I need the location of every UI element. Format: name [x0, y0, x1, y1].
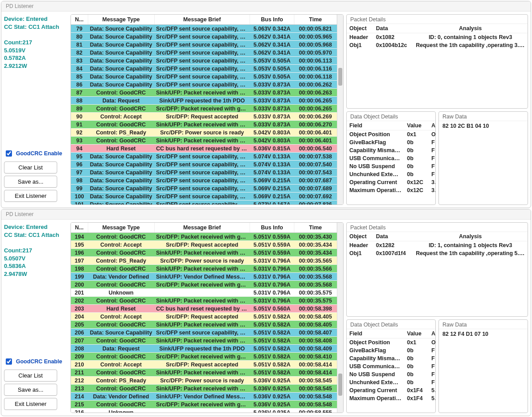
table-row[interactable]: 214Data: Vendor DefinedSink/UFP: Vendor … — [71, 393, 337, 401]
col-type[interactable]: Message Type — [88, 15, 154, 25]
packet-row[interactable]: Obj10x1004b12cRequest the 1th capability… — [347, 41, 528, 49]
table-row[interactable]: 84Data: Source CapabilitySrc/DFP sent so… — [71, 65, 337, 73]
table-row[interactable]: 199Data: Vendor DefinedSink/UFP: Vendor … — [71, 273, 337, 281]
table-row[interactable]: 92Control: PS_ReadySrc/DFP: Power source… — [71, 129, 337, 137]
table-row[interactable]: 83Data: Source CapabilitySrc/DFP sent so… — [71, 57, 337, 65]
table-row[interactable]: 212Control: PS_ReadySrc/DFP: Power sourc… — [71, 377, 337, 385]
table-row[interactable]: 85Data: Source CapabilitySrc/DFP sent so… — [71, 73, 337, 81]
table-row[interactable]: 97Data: Source CapabilitySrc/DFP sent so… — [71, 169, 337, 177]
table-row[interactable]: 216Unknown5.036V 0.925A00:00:58.555 — [71, 409, 337, 413]
table-row[interactable]: 207Control: GoodCRCSink/UFP: Packet rece… — [71, 337, 337, 345]
table-row[interactable]: 86Data: Source CapabilitySrc/DFP sent so… — [71, 81, 337, 89]
table-row[interactable]: 81Data: Source CapabilitySrc/DFP sent so… — [71, 41, 337, 49]
raw-data-title: Raw Data — [439, 320, 528, 329]
pd-listener-panel: PD ListenerDevice: EnteredCC Stat: CC1 A… — [1, 209, 531, 416]
table-row[interactable]: 198Control: GoodCRCSink/UFP: Packet rece… — [71, 265, 337, 273]
table-row[interactable]: 202Control: GoodCRCSink/UFP: Packet rece… — [71, 297, 337, 305]
table-row[interactable]: 200Control: GoodCRCSrc/DFP: Packet recei… — [71, 281, 337, 289]
table-row[interactable]: 211Control: GoodCRCSink/UFP: Packet rece… — [71, 369, 337, 377]
exit-listener-button[interactable]: Exit Listener — [4, 398, 57, 410]
dod-row[interactable]: Operating Current0x1F45000mA — [347, 386, 435, 394]
save-as-button[interactable]: Save as... — [4, 384, 57, 396]
table-row[interactable]: 197Control: PS_ReadySrc/DFP: Power sourc… — [71, 257, 337, 265]
clear-list-button[interactable]: Clear List — [4, 370, 57, 382]
col-type[interactable]: Message Type — [88, 223, 154, 233]
packet-details-title: Packet Details — [347, 15, 528, 24]
clear-list-button[interactable]: Clear List — [4, 161, 57, 173]
dod-row[interactable]: GiveBackFlag0bFalse — [347, 138, 435, 146]
dod-row[interactable]: USB Communicatio...0bFalse — [347, 154, 435, 162]
table-row[interactable]: 208Data: RequestSink/UFP requested the 1… — [71, 345, 337, 353]
table-row[interactable]: 89Control: GoodCRCSrc/DFP: Packet receiv… — [71, 105, 337, 113]
packet-row[interactable]: Header0x1082ID: 0, containing 1 objects … — [347, 33, 528, 42]
pd-listener-panel: PD ListenerDevice: EnteredCC Stat: CC1 A… — [1, 1, 531, 208]
table-row[interactable]: 82Data: Source CapabilitySrc/DFP sent so… — [71, 49, 337, 57]
table-row[interactable]: 195Control: AcceptSrc/DFP: Request accep… — [71, 241, 337, 249]
device-status: Device: EnteredCC Stat: CC1 Attach — [4, 15, 68, 31]
side-panel: Device: EnteredCC Stat: CC1 AttachCount:… — [1, 220, 70, 416]
table-row[interactable]: 88Data: RequestSink/UFP requested the 1t… — [71, 97, 337, 105]
dod-row[interactable]: Capability Mismatch0bFalse — [347, 354, 435, 362]
packet-row[interactable]: Header0x1282ID: 1, containing 1 objects … — [347, 241, 528, 250]
goodcrc-enable-checkbox[interactable]: GoodCRC Enable — [4, 357, 68, 366]
table-row[interactable]: 90Control: AcceptSrc/DFP: Request accept… — [71, 113, 337, 121]
table-row[interactable]: 80Data: Source CapabilitySrc/DFP sent so… — [71, 33, 337, 41]
goodcrc-enable-checkbox[interactable]: GoodCRC Enable — [4, 149, 68, 158]
table-row[interactable]: 196Control: GoodCRCSink/UFP: Packet rece… — [71, 249, 337, 257]
scrollbar[interactable] — [337, 15, 343, 205]
dod-row[interactable]: Capability Mismatch0bFalse — [347, 146, 435, 154]
dod-row[interactable]: Object Position0x1Object(PDO) 1 — [347, 338, 435, 347]
table-row[interactable]: 79Data: Source CapabilitySrc/DFP sent so… — [71, 25, 337, 33]
table-row[interactable]: 215Control: GoodCRCSrc/DFP: Packet recei… — [71, 401, 337, 409]
dod-row[interactable]: Unchunked Extende...0bFalse — [347, 378, 435, 386]
col-num[interactable]: N... — [71, 15, 88, 25]
dod-row[interactable]: Unchunked Extende...0bFalse — [347, 170, 435, 178]
col-num[interactable]: N... — [71, 223, 88, 233]
save-as-button[interactable]: Save as... — [4, 176, 57, 188]
table-row[interactable]: 209Control: GoodCRCSrc/DFP: Packet recei… — [71, 353, 337, 361]
dod-row[interactable]: No USB Suspend0bFalse — [347, 162, 435, 170]
device-metrics: Count:2175.0507V0.5836A2.9478W — [4, 247, 68, 278]
table-row[interactable]: 194Control: GoodCRCSrc/DFP: Packet recei… — [71, 233, 337, 241]
table-row[interactable]: 100Data: Source CapabilitySrc/DFP sent s… — [71, 193, 337, 201]
table-row[interactable]: 87Control: GoodCRCSink/UFP: Packet recei… — [71, 89, 337, 97]
dod-row[interactable]: USB Communicatio...0bFalse — [347, 362, 435, 370]
dod-row[interactable]: GiveBackFlag0bFalse — [347, 346, 435, 354]
table-row[interactable]: 203Hard ResetCC bus hard reset requested… — [71, 305, 337, 313]
packet-details-panel: Packet Details ObjectDataAnalysisHeader0… — [346, 222, 528, 317]
col-bus[interactable]: Bus Info — [250, 15, 294, 25]
table-row[interactable]: 95Data: Source CapabilitySrc/DFP sent so… — [71, 153, 337, 161]
dod-row[interactable]: Maximum Operatin...0x12C3000mA — [347, 186, 435, 194]
table-row[interactable]: 94Hard ResetCC bus hard reset requested … — [71, 145, 337, 153]
scrollbar[interactable] — [337, 223, 343, 413]
table-row[interactable]: 91Control: GoodCRCSink/UFP: Packet recei… — [71, 121, 337, 129]
scrollbar-thumb[interactable] — [338, 68, 342, 86]
col-time[interactable]: Time — [294, 223, 337, 233]
side-panel: Device: EnteredCC Stat: CC1 AttachCount:… — [1, 12, 70, 208]
table-row[interactable]: 98Data: Source CapabilitySrc/DFP sent so… — [71, 177, 337, 185]
col-bus[interactable]: Bus Info — [250, 223, 294, 233]
table-row[interactable]: 93Control: GoodCRCSink/UFP: Packet recei… — [71, 137, 337, 145]
table-row[interactable]: 205Control: GoodCRCSink/UFP: Packet rece… — [71, 321, 337, 329]
col-time[interactable]: Time — [294, 15, 337, 25]
dod-row[interactable]: Operating Current0x12C3000mA — [347, 178, 435, 186]
table-row[interactable]: 96Data: Source CapabilitySrc/DFP sent so… — [71, 161, 337, 169]
col-brief[interactable]: Message Brief — [154, 15, 250, 25]
scrollbar-thumb[interactable] — [338, 374, 342, 396]
details-panel: Packet Details ObjectDataAnalysisHeader0… — [344, 12, 531, 208]
table-row[interactable]: 206Data: Source CapabilitySrc/DFP sent s… — [71, 329, 337, 337]
table-row[interactable]: 99Data: Source CapabilitySrc/DFP sent so… — [71, 185, 337, 193]
table-row[interactable]: 213Control: GoodCRCSink/UFP: Packet rece… — [71, 385, 337, 393]
col-brief[interactable]: Message Brief — [154, 223, 250, 233]
table-row[interactable]: 210Control: AcceptSrc/DFP: Request accep… — [71, 361, 337, 369]
message-table-container: N... Message Type Message Brief Bus Info… — [70, 14, 344, 205]
dod-row[interactable]: Maximum Operatin...0x1F45000mA — [347, 394, 435, 402]
dod-row[interactable]: No USB Suspend0bFalse — [347, 370, 435, 378]
table-row[interactable]: 201Unknown5.031V 0.796A00:00:35.575 — [71, 289, 337, 297]
exit-listener-button[interactable]: Exit Listener — [4, 190, 57, 202]
dod-row[interactable]: Object Position0x1Object(PDO) 1 — [347, 130, 435, 139]
packet-row[interactable]: Obj10x1007d1f4Request the 1th capability… — [347, 249, 528, 257]
raw-data-hex: 82 12 F4 D1 07 10 — [439, 329, 528, 339]
table-row[interactable]: 101Data: Source CapabilitySrc/DFP sent s… — [71, 201, 337, 205]
table-row[interactable]: 204Control: AcceptSrc/DFP: Request accep… — [71, 313, 337, 321]
